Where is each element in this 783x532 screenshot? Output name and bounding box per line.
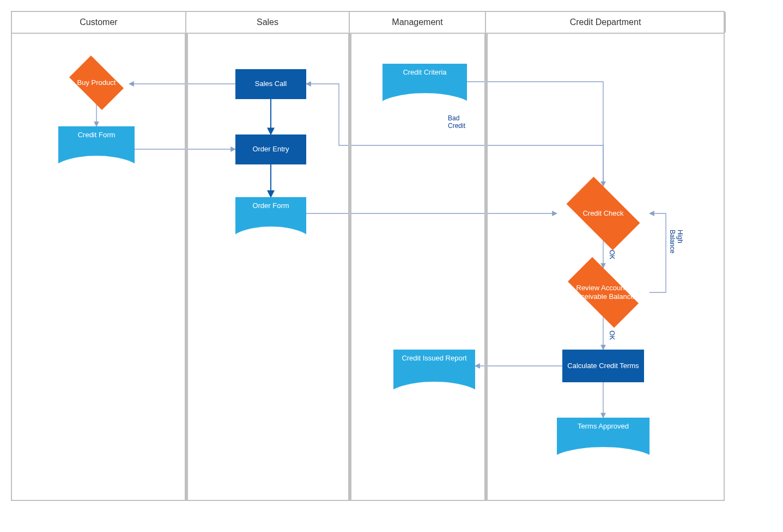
- swimlane-diagram: CustomerSalesManagementCredit Department…: [11, 11, 725, 501]
- header-divider: [12, 33, 724, 34]
- node-label: Sales Call: [251, 80, 292, 88]
- node-label: Credit Form: [74, 131, 120, 139]
- calc-terms-node: Calculate Credit Terms: [562, 350, 644, 382]
- credit-report-node: Credit Issued Report: [393, 350, 475, 390]
- lane-header-customer: Customer: [12, 12, 186, 33]
- edge-label: High Balance: [669, 230, 684, 253]
- lane-header-sales: Sales: [186, 12, 350, 33]
- edge-review_ar-credit_check: [650, 213, 666, 292]
- review-ar-node: Review Accounts Receivable Balance: [557, 268, 650, 317]
- edge-label: OK: [608, 331, 616, 340]
- lane-divider: [185, 33, 188, 500]
- node-label: Buy Product: [74, 78, 119, 87]
- order-entry-node: Order Entry: [235, 134, 306, 164]
- node-label: Credit Criteria: [398, 68, 451, 77]
- node-label: Review Accounts Receivable Balance: [559, 284, 648, 301]
- node-label: Order Form: [248, 201, 293, 210]
- edge-label: Bad Credit: [448, 114, 465, 130]
- credit-criteria-node: Credit Criteria: [383, 64, 467, 102]
- sales-call-node: Sales Call: [235, 69, 306, 99]
- order-form-node: Order Form: [235, 197, 306, 235]
- node-label: Order Entry: [248, 145, 293, 154]
- edge-label: OK: [608, 250, 616, 259]
- terms-approved-node: Terms Approved: [557, 418, 650, 456]
- lane-divider: [484, 33, 488, 500]
- node-label: Calculate Credit Terms: [563, 362, 643, 370]
- buy-product-node: Buy Product: [64, 61, 129, 105]
- lane-header-management: Management: [350, 12, 486, 33]
- credit-form-node: Credit Form: [58, 126, 135, 164]
- credit-check-node: Credit Check: [557, 186, 650, 241]
- node-label: Credit Issued Report: [397, 354, 471, 363]
- lane-header-credit: Credit Department: [486, 12, 726, 33]
- node-label: Credit Check: [579, 209, 627, 218]
- lane-divider: [348, 33, 351, 500]
- node-label: Terms Approved: [573, 422, 633, 431]
